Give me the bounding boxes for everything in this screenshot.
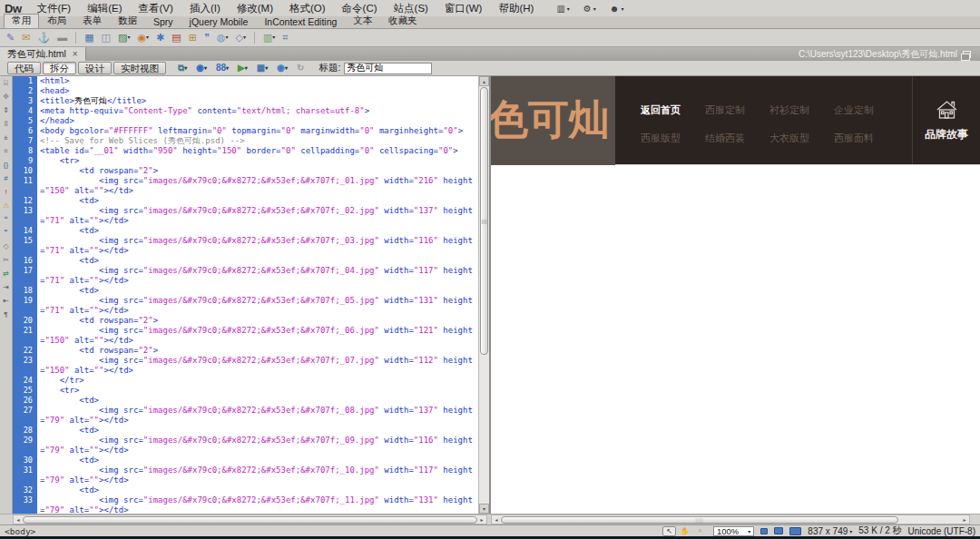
code-line-23[interactable]: 23 <img src="images/&#x79c0;&#x8272;&#x5…: [13, 356, 478, 376]
hand-tool-icon[interactable]: ✋: [678, 526, 691, 536]
live-view-options-icon[interactable]: ◉▾: [277, 64, 288, 73]
insert-tab-收藏夹[interactable]: 收藏夹: [380, 14, 426, 28]
nav-link-西服定制[interactable]: 西服定制: [703, 103, 747, 117]
code-line-2[interactable]: 2<head>: [13, 86, 478, 96]
nav-link-结婚西装[interactable]: 结婚西装: [703, 132, 747, 145]
brand-story-nav[interactable]: 品牌故事: [913, 76, 980, 164]
nav-link-衬衫定制[interactable]: 衬衫定制: [768, 103, 811, 117]
comment-icon[interactable]: ❞: [204, 33, 210, 43]
code-line-33[interactable]: 33 <img src="images/&#x79c0;&#x8272;&#x5…: [13, 495, 478, 514]
gear-icon[interactable]: ⚙▾: [583, 4, 596, 14]
insert-tab-布局[interactable]: 布局: [39, 14, 74, 28]
scroll-right-icon[interactable]: ▸: [960, 516, 969, 523]
hyperlink-icon[interactable]: ✎: [6, 33, 15, 43]
user-community-icon[interactable]: ☻▾: [610, 4, 624, 14]
script-icon[interactable]: ◇▾: [235, 33, 245, 43]
wrap-tag-icon[interactable]: ◇: [3, 242, 8, 250]
view-button-实时视图[interactable]: 实时视图: [113, 62, 166, 74]
code-line-30[interactable]: 30 <td>: [13, 456, 478, 466]
horizontal-scroll-thumb[interactable]: ||||: [501, 516, 898, 524]
vertical-scroll-thumb[interactable]: ||||: [480, 87, 488, 355]
menu-item-6[interactable]: 格式(O): [281, 2, 334, 15]
outdent-code-icon[interactable]: ⇤: [3, 297, 9, 305]
nav-link-大衣版型[interactable]: 大衣版型: [768, 132, 811, 145]
scroll-left-icon[interactable]: ◂: [492, 516, 501, 523]
code-line-21[interactable]: 21 <img src="images/&#x79c0;&#x8272;&#x5…: [13, 326, 478, 346]
code-line-20[interactable]: 20 <td rowspan="2">: [13, 316, 478, 326]
encoding-indicator[interactable]: Unicode (UTF-8): [908, 526, 975, 536]
code-line-7[interactable]: 7<!-- Save for Web Slices (秀色可灿.psd) -->: [13, 136, 478, 146]
code-line-22[interactable]: 22 <td rowspan="2">: [13, 346, 478, 356]
window-size-select[interactable]: 837 x 749 ▾: [808, 526, 852, 536]
menu-item-10[interactable]: 帮助(H): [490, 2, 542, 15]
tablet-size-icon[interactable]: [774, 527, 783, 534]
indent-code-icon[interactable]: ⇥: [3, 283, 9, 291]
remove-comment-icon[interactable]: ❞: [4, 229, 7, 237]
media-icon[interactable]: ◉▾: [137, 33, 149, 43]
view-button-代码[interactable]: 代码: [7, 62, 41, 74]
code-navigator-icon[interactable]: ✥: [3, 93, 9, 101]
workspace-switcher-icon[interactable]: ▥▾: [556, 4, 569, 14]
page-banner-preview[interactable]: 色可灿 返回首页西服定制衬衫定制企业定制西服版型结婚西装大衣版型西服面料 品牌故…: [491, 76, 980, 165]
code-horizontal-scrollbar[interactable]: ◂ ▸: [13, 514, 487, 524]
syntax-error-alerts-icon[interactable]: ⚠: [3, 201, 9, 210]
scroll-down-icon[interactable]: ▾: [479, 504, 489, 514]
code-line-1[interactable]: 1<html>: [13, 76, 478, 86]
insert-tab-数据[interactable]: 数据: [110, 14, 145, 28]
site-logo[interactable]: 色可灿: [491, 76, 615, 165]
code-line-6[interactable]: 6<body bgcolor="#FFFFFF" leftmargin="0" …: [13, 126, 478, 136]
code-line-9[interactable]: 9 <tr>: [13, 156, 478, 166]
phone-size-icon[interactable]: [760, 528, 768, 534]
nav-link-返回首页[interactable]: 返回首页: [639, 103, 682, 117]
code-line-15[interactable]: 15 <img src="images/&#x79c0;&#x8272;&#x5…: [13, 236, 478, 256]
horizontal-scroll-thumb[interactable]: [23, 516, 477, 524]
templates-icon[interactable]: ▥▾: [263, 33, 275, 43]
code-line-10[interactable]: 10 <td rowspan="2">: [13, 166, 478, 176]
scroll-right-icon[interactable]: ▸: [477, 516, 486, 523]
code-line-14[interactable]: 14 <td>: [13, 226, 478, 236]
code-line-19[interactable]: 19 <img src="images/&#x79c0;&#x8272;&#x5…: [13, 296, 478, 316]
code-line-31[interactable]: 31 <img src="images/&#x79c0;&#x8272;&#x5…: [13, 466, 478, 485]
apply-comment-icon[interactable]: ❝: [4, 215, 7, 223]
collapse-selection-icon[interactable]: ⇳: [3, 120, 9, 128]
code-line-24[interactable]: 24 </tr>: [13, 376, 478, 386]
highlight-invalid-code-icon[interactable]: !: [5, 188, 6, 196]
code-line-25[interactable]: 25 <tr>: [13, 386, 478, 396]
code-line-11[interactable]: 11 <img src="images/&#x79c0;&#x8272;&#x5…: [13, 176, 478, 196]
code-line-32[interactable]: 32 <td>: [13, 485, 478, 495]
check-browser-compatibility-icon[interactable]: 88▾: [216, 64, 229, 73]
email-link-icon[interactable]: ✉: [22, 33, 30, 43]
code-line-26[interactable]: 26 <td>: [13, 396, 478, 406]
balance-braces-icon[interactable]: {}: [4, 161, 8, 169]
code-vertical-scrollbar[interactable]: ▴ |||| ▾: [478, 76, 489, 514]
design-view[interactable]: 色可灿 返回首页西服定制衬衫定制企业定制西服版型结婚西装大衣版型西服面料 品牌故…: [491, 76, 980, 514]
insert-tab-InContext Editing[interactable]: InContext Editing: [256, 15, 345, 28]
open-documents-icon[interactable]: ⌸: [4, 79, 8, 87]
code-line-4[interactable]: 4<meta http-equiv="Content-Type" content…: [13, 106, 478, 116]
code-line-17[interactable]: 17 <img src="images/&#x79c0;&#x8272;&#x5…: [13, 266, 478, 286]
horizontal-rule-icon[interactable]: ▬: [57, 33, 67, 43]
code-line-27[interactable]: 27 <img src="images/&#x79c0;&#x8272;&#x5…: [13, 406, 478, 426]
view-button-拆分[interactable]: 拆分: [43, 62, 76, 74]
move-css-icon[interactable]: ⇄: [3, 270, 9, 278]
expand-all-icon[interactable]: ±: [4, 133, 7, 142]
insert-tab-Spry[interactable]: Spry: [145, 15, 181, 28]
visual-aids-icon[interactable]: ▦▾: [257, 64, 268, 73]
server-include-icon[interactable]: ⊞: [189, 33, 197, 43]
insert-tab-表单[interactable]: 表单: [74, 14, 110, 28]
nav-link-企业定制[interactable]: 企业定制: [832, 103, 876, 117]
menu-item-5[interactable]: 修改(M): [229, 2, 281, 15]
document-tab[interactable]: 秀色可灿.html ×: [0, 47, 86, 61]
refresh-design-view-icon[interactable]: ↻: [297, 64, 304, 73]
code-line-13[interactable]: 13 <img src="images/&#x79c0;&#x8272;&#x5…: [13, 206, 478, 226]
nav-link-西服面料[interactable]: 西服面料: [832, 132, 876, 145]
menu-item-4[interactable]: 插入(I): [181, 2, 229, 15]
insert-div-icon[interactable]: ◫: [102, 33, 111, 43]
insert-tab-jQuery Mobile[interactable]: jQuery Mobile: [181, 15, 257, 28]
code-line-5[interactable]: 5</head>: [13, 116, 478, 126]
menu-item-9[interactable]: 窗口(W): [436, 2, 491, 15]
code-view[interactable]: 1<html>2<head>3<title>秀色可灿</title>4<meta…: [13, 76, 478, 514]
tag-chooser-icon[interactable]: ⌗: [282, 33, 288, 43]
select-tool-icon[interactable]: ↖: [662, 526, 676, 536]
code-line-3[interactable]: 3<title>秀色可灿</title>: [13, 96, 478, 106]
